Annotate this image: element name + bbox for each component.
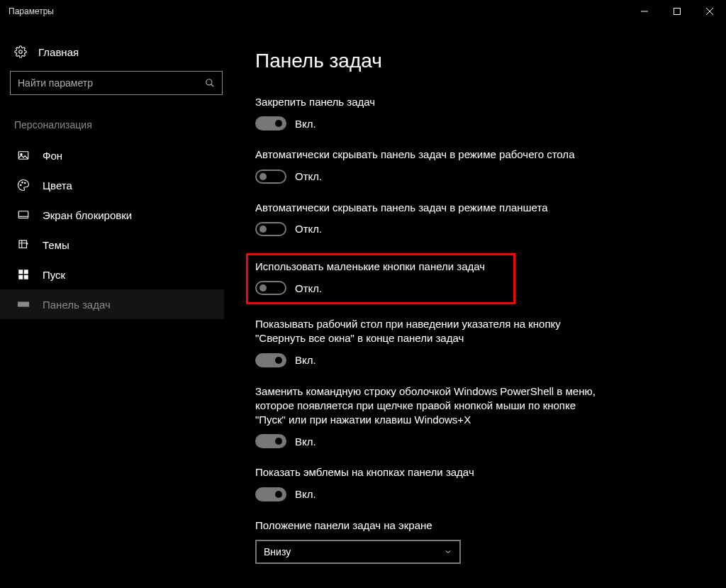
sidebar-item-background[interactable]: Фон	[0, 140, 224, 170]
toggle-state: Откл.	[295, 223, 322, 235]
toggle-small-buttons[interactable]	[255, 281, 286, 295]
lockscreen-icon	[17, 209, 30, 221]
search-icon	[198, 78, 222, 88]
setting-label: Использовать маленькие кнопки панели зад…	[255, 260, 506, 274]
toggle-knob	[275, 120, 282, 127]
dropdown-value: Внизу	[264, 546, 291, 558]
setting-label: Автоматически скрывать панель задач в ре…	[255, 148, 596, 162]
window-controls	[628, 0, 726, 23]
setting-label: Заменить командную строку оболочкой Wind…	[255, 384, 596, 428]
setting-autohide-desktop: Автоматически скрывать панель задач в ре…	[255, 148, 596, 183]
toggle-knob	[259, 284, 267, 292]
svg-point-4	[19, 50, 23, 54]
svg-rect-19	[18, 302, 29, 306]
setting-taskbar-position: Положение панели задач на экране Внизу	[255, 518, 596, 564]
setting-small-buttons: Использовать маленькие кнопки панели зад…	[255, 260, 506, 295]
chevron-down-icon	[444, 548, 452, 556]
window-body: Главная Персонализация Фон	[0, 23, 726, 588]
toggle-row: Откл.	[255, 170, 596, 184]
window-title: Параметры	[9, 6, 54, 16]
setting-lock-taskbar: Закрепить панель задач Вкл.	[255, 95, 596, 131]
image-icon	[17, 149, 30, 162]
sidebar-item-start[interactable]: Пуск	[0, 260, 224, 289]
themes-icon	[17, 238, 30, 251]
page-title: Панель задач	[255, 50, 705, 72]
setting-label: Показывать рабочий стол при наведении ук…	[255, 317, 596, 346]
maximize-icon	[674, 8, 681, 15]
toggle-row: Вкл.	[255, 353, 596, 367]
toggle-knob	[259, 226, 267, 233]
svg-point-9	[21, 184, 22, 186]
setting-label: Закрепить панель задач	[255, 95, 596, 109]
toggle-peek-desktop[interactable]	[255, 353, 286, 367]
category-label: Персонализация	[10, 119, 224, 140]
search-box[interactable]	[10, 71, 223, 95]
sidebar: Главная Персонализация Фон	[0, 23, 234, 588]
toggle-knob	[259, 173, 267, 180]
sidebar-item-lockscreen[interactable]: Экран блокировки	[0, 200, 224, 230]
setting-label: Положение панели задач на экране	[255, 518, 596, 533]
sidebar-item-label: Цвета	[43, 179, 72, 192]
svg-line-6	[211, 84, 214, 87]
content-area: Панель задач Закрепить панель задач Вкл.…	[234, 23, 726, 588]
home-label: Главная	[38, 46, 79, 58]
minimize-button[interactable]	[628, 0, 661, 23]
toggle-lock-taskbar[interactable]	[255, 116, 286, 131]
toggle-row: Вкл.	[255, 434, 596, 448]
setting-badges: Показать эмблемы на кнопках панели задач…	[255, 465, 596, 501]
close-icon	[706, 8, 713, 15]
sidebar-item-themes[interactable]: Темы	[0, 230, 224, 260]
setting-powershell: Заменить командную строку оболочкой Wind…	[255, 384, 596, 449]
sidebar-item-label: Пуск	[43, 269, 65, 281]
palette-icon	[17, 179, 30, 192]
svg-rect-15	[18, 270, 23, 274]
toggle-state: Откл.	[295, 282, 322, 294]
sidebar-item-label: Темы	[43, 239, 69, 251]
toggle-state: Вкл.	[295, 354, 316, 366]
toggle-state: Вкл.	[295, 436, 316, 448]
svg-rect-1	[674, 9, 681, 15]
sidebar-item-label: Экран блокировки	[43, 209, 132, 221]
toggle-autohide-tablet[interactable]	[255, 222, 286, 236]
toggle-row: Откл.	[255, 222, 596, 236]
toggle-knob	[275, 438, 282, 445]
settings-window: Параметры Главная	[0, 0, 726, 588]
home-button[interactable]: Главная	[10, 40, 224, 71]
svg-point-5	[206, 79, 212, 85]
svg-rect-16	[24, 270, 28, 274]
search-input[interactable]	[11, 72, 198, 94]
svg-rect-17	[18, 275, 23, 279]
svg-rect-14	[19, 240, 27, 248]
toggle-knob	[275, 357, 282, 364]
sidebar-item-colors[interactable]: Цвета	[0, 170, 224, 200]
titlebar: Параметры	[0, 0, 726, 23]
gear-icon	[14, 45, 27, 58]
svg-point-10	[22, 182, 23, 184]
toggle-row: Вкл.	[255, 116, 596, 131]
setting-autohide-tablet: Автоматически скрывать панель задач в ре…	[255, 201, 596, 236]
svg-point-11	[25, 182, 26, 184]
toggle-autohide-desktop[interactable]	[255, 170, 286, 184]
toggle-state: Вкл.	[295, 118, 316, 130]
toggle-state: Откл.	[295, 170, 322, 182]
maximize-button[interactable]	[661, 0, 693, 23]
nav-list: Фон Цвета Экран блокировки	[10, 140, 224, 319]
toggle-badges[interactable]	[255, 487, 286, 501]
setting-label: Автоматически скрывать панель задач в ре…	[255, 201, 596, 215]
sidebar-item-taskbar[interactable]: Панель задач	[0, 289, 224, 319]
toggle-row: Вкл.	[255, 487, 596, 501]
svg-rect-12	[18, 211, 28, 218]
dropdown-taskbar-position[interactable]: Внизу	[255, 540, 461, 564]
taskbar-icon	[17, 298, 30, 311]
setting-peek-desktop: Показывать рабочий стол при наведении ук…	[255, 317, 596, 367]
minimize-icon	[641, 8, 648, 15]
setting-label: Показать эмблемы на кнопках панели задач	[255, 465, 596, 479]
svg-rect-18	[24, 275, 28, 279]
start-icon	[17, 268, 30, 281]
toggle-knob	[275, 491, 282, 498]
close-button[interactable]	[693, 0, 726, 23]
sidebar-item-label: Фон	[43, 150, 62, 162]
toggle-powershell[interactable]	[255, 434, 286, 448]
sidebar-item-label: Панель задач	[43, 299, 111, 311]
highlighted-setting: Использовать маленькие кнопки панели зад…	[246, 253, 515, 304]
